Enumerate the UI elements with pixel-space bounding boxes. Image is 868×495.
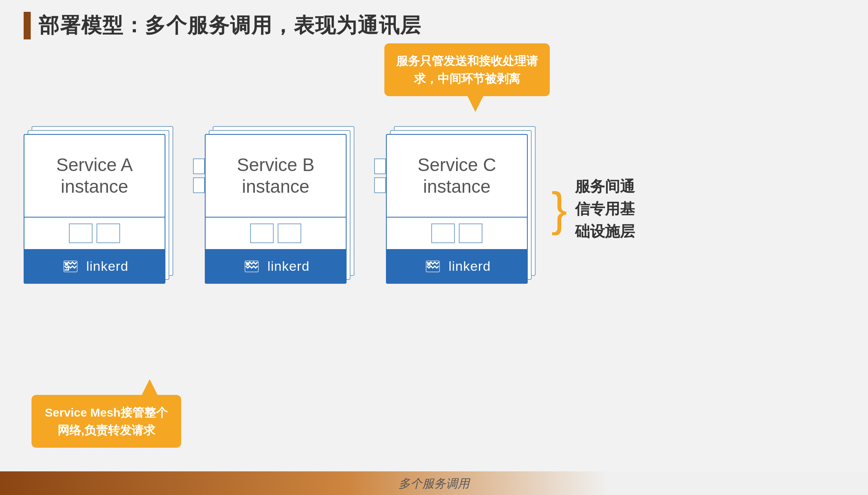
linkerd-icon-b: [242, 256, 262, 276]
connector-box: [278, 223, 301, 243]
connector-box: [96, 223, 120, 243]
connector-box: [69, 223, 93, 243]
right-annotation: } 服务间通信专用基础设施层: [551, 175, 635, 243]
service-c-stack: Service Cinstance: [386, 134, 536, 284]
service-a-stack: Service Ainstance: [24, 134, 173, 284]
bottom-callout: Service Mesh接管整个网络,负责转发请求: [32, 395, 181, 448]
page-title: 部署模型：多个服务调用，表现为通讯层: [39, 12, 421, 39]
service-b-connectors: [206, 218, 346, 249]
service-a-linkerd-text: linkerd: [86, 259, 128, 274]
linkerd-icon-a: [61, 256, 80, 276]
bracket-icon: }: [551, 185, 567, 233]
connector-box: [431, 223, 455, 243]
service-b-linkerd-text: linkerd: [267, 259, 310, 274]
side-connector-b: [193, 158, 205, 193]
main-content: 服务只管发送和接收处理请求，中间环节被剥离 Service Ainstance: [0, 47, 868, 491]
connector-box: [250, 223, 274, 243]
header: 部署模型：多个服务调用，表现为通讯层: [0, 0, 868, 47]
services-row: Service Ainstance: [24, 134, 844, 284]
service-b-card: Service Binstance: [205, 134, 347, 284]
service-b-stack: Service Binstance: [205, 134, 354, 284]
service-c-linkerd-text: linkerd: [449, 259, 491, 274]
top-callout: 服务只管发送和接收处理请求，中间环节被剥离: [384, 43, 550, 96]
service-c-card: Service Cinstance: [386, 134, 528, 284]
service-b-name: Service Binstance: [206, 135, 346, 218]
service-a-connectors: [24, 218, 165, 249]
slide: 部署模型：多个服务调用，表现为通讯层 服务只管发送和接收处理请求，中间环节被剥离…: [0, 0, 868, 495]
svg-point-8: [427, 262, 430, 266]
header-accent-bar: [24, 12, 31, 39]
connector-box: [459, 223, 482, 243]
service-a-linkerd-bar: linkerd: [24, 249, 165, 283]
service-a-name: Service Ainstance: [24, 135, 165, 218]
service-c-connectors: [387, 218, 527, 249]
svg-point-5: [246, 262, 249, 266]
service-a-card: Service Ainstance: [24, 134, 165, 284]
annotation-text: 服务间通信专用基础设施层: [575, 175, 635, 243]
diagram-area: 服务只管发送和接收处理请求，中间环节被剥离 Service Ainstance: [24, 55, 844, 491]
svg-point-1: [65, 262, 68, 266]
side-conn-box: [193, 158, 205, 174]
service-b-linkerd-bar: linkerd: [206, 249, 346, 283]
service-c-linkerd-bar: linkerd: [387, 249, 527, 283]
side-conn-box: [374, 158, 386, 174]
footer-caption: 多个服务调用: [399, 476, 469, 492]
side-conn-box: [193, 177, 205, 193]
side-conn-box: [374, 177, 386, 193]
linkerd-icon-c: [423, 256, 443, 276]
service-c-name: Service Cinstance: [387, 135, 527, 218]
side-connector-c: [374, 158, 386, 193]
